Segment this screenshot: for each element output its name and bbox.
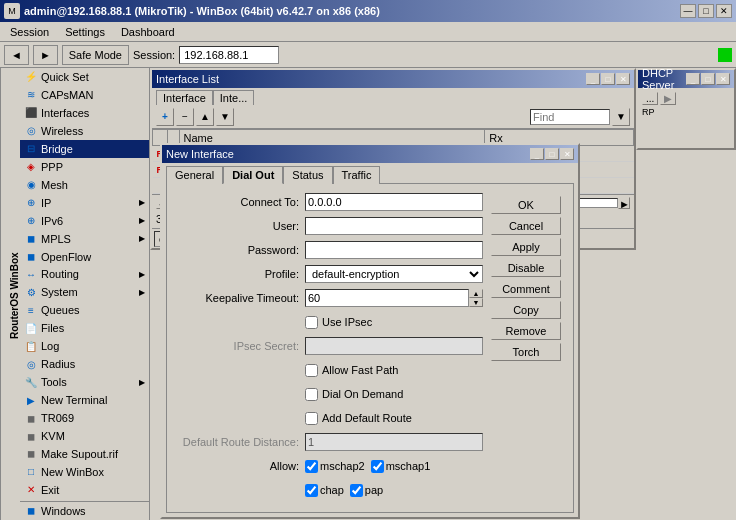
sidebar-item-routing[interactable]: ↔ Routing ▶ [20,265,149,283]
sidebar-item-interfaces[interactable]: ⬛ Interfaces [20,104,149,122]
dhcp-arrow1[interactable]: ▶ [660,92,676,105]
dialog-close[interactable]: ✕ [560,148,574,160]
disable-button[interactable]: Disable [491,259,561,277]
sidebar-item-bridge[interactable]: ⊟ Bridge [20,140,149,158]
copy-button[interactable]: Copy [491,301,561,319]
remove-button[interactable]: − [176,108,194,126]
sidebar-item-kvm[interactable]: ◼ KVM [20,427,149,445]
safe-mode-button[interactable]: Safe Mode [62,45,129,65]
keepalive-label: Keepalive Timeout: [175,292,305,304]
user-input[interactable] [305,217,483,235]
add-button[interactable]: + [156,108,174,126]
allow-fast-path-checkbox[interactable] [305,364,318,377]
sidebar-item-mpls[interactable]: ◼ MPLS ▶ [20,230,149,248]
sidebar-item-radius[interactable]: ◎ Radius [20,355,149,373]
keepalive-down[interactable]: ▼ [469,298,483,307]
dialog-minimize[interactable]: _ [530,148,544,160]
sidebar-item-openflow[interactable]: ◼ OpenFlow [20,248,149,266]
sidebar-item-ppp[interactable]: ◈ PPP [20,158,149,176]
sidebar-item-capsman[interactable]: ≋ CAPsMAN [20,86,149,104]
cancel-button[interactable]: Cancel [491,217,561,235]
mschap2-checkbox[interactable] [305,460,318,473]
menu-dashboard[interactable]: Dashboard [115,25,181,39]
torch-button[interactable]: Torch [491,343,561,361]
sidebar-item-ip[interactable]: ⊕ IP ▶ [20,194,149,212]
sidebar-item-label: Tools [41,376,67,388]
down-button[interactable]: ▼ [216,108,234,126]
sidebar-item-log[interactable]: 📋 Log [20,337,149,355]
sidebar-item-label: OpenFlow [41,251,91,263]
pap-label: pap [350,484,383,497]
title-bar: M admin@192.168.88.1 (MikroTik) - WinBox… [0,0,736,22]
pap-checkbox[interactable] [350,484,363,497]
sidebar-item-windows[interactable]: ◼ Windows [20,502,149,520]
sidebar-item-label: Exit [41,484,59,496]
up-button[interactable]: ▲ [196,108,214,126]
sidebar-item-quickset[interactable]: ⚡ Quick Set [20,68,149,86]
remove-button[interactable]: Remove [491,322,561,340]
dhcp-minimize[interactable]: _ [686,73,700,85]
tab-interface[interactable]: Interface [156,90,213,105]
apply-button[interactable]: Apply [491,238,561,256]
scroll-right[interactable]: ► [618,197,630,209]
sidebar-item-mesh[interactable]: ◉ Mesh [20,176,149,194]
tab-dialout[interactable]: Dial Out [223,166,283,184]
keepalive-input[interactable] [305,289,469,307]
sidebar-item-exit[interactable]: ✕ Exit [20,481,149,499]
allow-row: Allow: mschap2 mschap1 [175,456,483,476]
default-route-dist-input[interactable] [305,433,483,451]
ppp-icon: ◈ [24,160,38,174]
tab-traffic[interactable]: Traffic [333,166,381,184]
dhcp-close[interactable]: ✕ [716,73,730,85]
ipsec-secret-input[interactable] [305,337,483,355]
ok-button[interactable]: OK [491,196,561,214]
sidebar-item-makesupout[interactable]: ◼ Make Supout.rif [20,445,149,463]
menu-settings[interactable]: Settings [59,25,111,39]
session-input[interactable] [179,46,279,64]
sidebar-item-queues[interactable]: ≡ Queues [20,301,149,319]
password-input[interactable] [305,241,483,259]
use-ipsec-checkbox[interactable] [305,316,318,329]
dial-on-demand-checkbox[interactable] [305,388,318,401]
tab-inte[interactable]: Inte... [213,90,255,105]
dhcp-maximize[interactable]: □ [701,73,715,85]
dialog-maximize[interactable]: □ [545,148,559,160]
sidebar: ⚡ Quick Set ≋ CAPsMAN ⬛ Interfaces ◎ Wir… [20,68,150,520]
connect-to-input[interactable] [305,193,483,211]
tab-status[interactable]: Status [283,166,332,184]
minimize-button[interactable]: — [680,4,696,18]
menu-session[interactable]: Session [4,25,55,39]
sidebar-item-wireless[interactable]: ◎ Wireless [20,122,149,140]
close-button[interactable]: ✕ [716,4,732,18]
iface-minimize[interactable]: _ [586,73,600,85]
sidebar-item-tools[interactable]: 🔧 Tools ▶ [20,373,149,391]
back-button[interactable]: ◄ [4,45,29,65]
sidebar-item-files[interactable]: 📄 Files [20,319,149,337]
maximize-button[interactable]: □ [698,4,714,18]
find-input[interactable] [530,109,610,125]
toolbar: ◄ ► Safe Mode Session: [0,42,736,68]
comment-button[interactable]: Comment [491,280,561,298]
forward-button[interactable]: ► [33,45,58,65]
sidebar-item-label: System [41,286,78,298]
iface-maximize[interactable]: □ [601,73,615,85]
keepalive-up[interactable]: ▲ [469,289,483,298]
find-dropdown[interactable]: ▼ [612,108,630,126]
profile-select[interactable]: default-encryption [305,265,483,283]
tab-general[interactable]: General [166,166,223,184]
sidebar-item-tr069[interactable]: ◼ TR069 [20,409,149,427]
kvm-icon: ◼ [24,429,38,443]
chap-checkbox[interactable] [305,484,318,497]
bridge-icon: ⊟ [24,142,38,156]
profile-label: Profile: [175,268,305,280]
newwinbox-icon: □ [24,465,38,479]
new-interface-dialog: New Interface _ □ ✕ General Dial Out Sta… [160,143,580,519]
add-default-route-checkbox[interactable] [305,412,318,425]
sidebar-item-newwinbox[interactable]: □ New WinBox [20,463,149,481]
sidebar-item-newterminal[interactable]: ▶ New Terminal [20,391,149,409]
sidebar-item-system[interactable]: ⚙ System ▶ [20,283,149,301]
mschap1-checkbox[interactable] [371,460,384,473]
dhcp-btn1[interactable]: ... [642,92,658,105]
sidebar-item-ipv6[interactable]: ⊕ IPv6 ▶ [20,212,149,230]
iface-close[interactable]: ✕ [616,73,630,85]
